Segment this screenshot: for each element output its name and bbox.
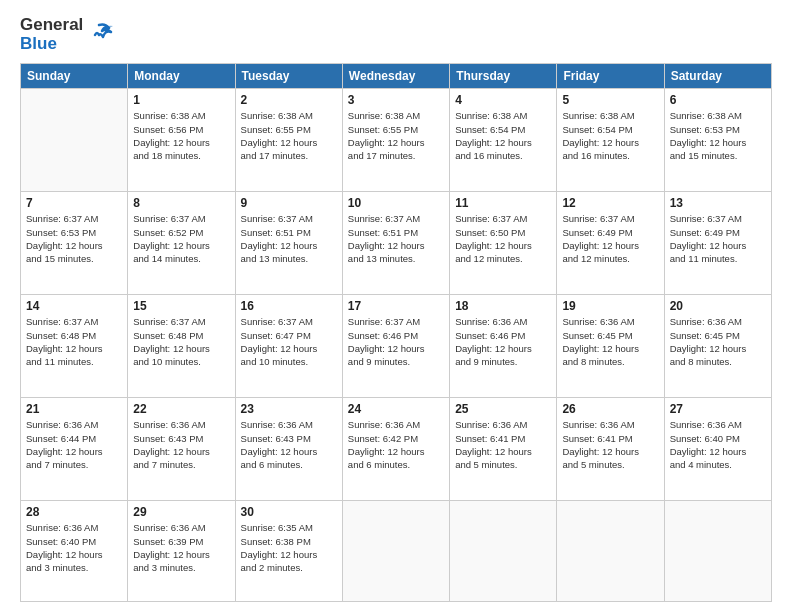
day-info: Sunrise: 6:38 AM Sunset: 6:56 PM Dayligh… <box>133 109 229 162</box>
week-row-5: 28Sunrise: 6:36 AM Sunset: 6:40 PM Dayli… <box>21 501 772 602</box>
day-number: 10 <box>348 196 444 210</box>
logo-general: General <box>20 16 83 35</box>
calendar-cell: 23Sunrise: 6:36 AM Sunset: 6:43 PM Dayli… <box>235 398 342 501</box>
day-info: Sunrise: 6:38 AM Sunset: 6:53 PM Dayligh… <box>670 109 766 162</box>
day-number: 19 <box>562 299 658 313</box>
day-number: 24 <box>348 402 444 416</box>
calendar-cell <box>342 501 449 602</box>
calendar-cell: 6Sunrise: 6:38 AM Sunset: 6:53 PM Daylig… <box>664 89 771 192</box>
day-info: Sunrise: 6:38 AM Sunset: 6:55 PM Dayligh… <box>348 109 444 162</box>
day-info: Sunrise: 6:37 AM Sunset: 6:51 PM Dayligh… <box>348 212 444 265</box>
col-header-monday: Monday <box>128 64 235 89</box>
calendar-cell <box>21 89 128 192</box>
calendar-cell: 30Sunrise: 6:35 AM Sunset: 6:38 PM Dayli… <box>235 501 342 602</box>
calendar-cell: 12Sunrise: 6:37 AM Sunset: 6:49 PM Dayli… <box>557 192 664 295</box>
header: General Blue <box>20 16 772 53</box>
day-number: 7 <box>26 196 122 210</box>
day-number: 23 <box>241 402 337 416</box>
page: General Blue SundayMondayTuesdayWednesda… <box>0 0 792 612</box>
calendar-body: 1Sunrise: 6:38 AM Sunset: 6:56 PM Daylig… <box>21 89 772 602</box>
col-header-tuesday: Tuesday <box>235 64 342 89</box>
day-number: 9 <box>241 196 337 210</box>
calendar-cell: 20Sunrise: 6:36 AM Sunset: 6:45 PM Dayli… <box>664 295 771 398</box>
day-info: Sunrise: 6:36 AM Sunset: 6:46 PM Dayligh… <box>455 315 551 368</box>
day-info: Sunrise: 6:36 AM Sunset: 6:44 PM Dayligh… <box>26 418 122 471</box>
day-info: Sunrise: 6:38 AM Sunset: 6:54 PM Dayligh… <box>455 109 551 162</box>
logo-container: General Blue <box>20 16 113 53</box>
day-number: 3 <box>348 93 444 107</box>
day-info: Sunrise: 6:37 AM Sunset: 6:50 PM Dayligh… <box>455 212 551 265</box>
day-number: 26 <box>562 402 658 416</box>
calendar-cell: 27Sunrise: 6:36 AM Sunset: 6:40 PM Dayli… <box>664 398 771 501</box>
day-info: Sunrise: 6:36 AM Sunset: 6:40 PM Dayligh… <box>670 418 766 471</box>
day-number: 22 <box>133 402 229 416</box>
calendar-cell <box>664 501 771 602</box>
day-number: 13 <box>670 196 766 210</box>
day-number: 20 <box>670 299 766 313</box>
day-info: Sunrise: 6:36 AM Sunset: 6:40 PM Dayligh… <box>26 521 122 574</box>
calendar-cell: 4Sunrise: 6:38 AM Sunset: 6:54 PM Daylig… <box>450 89 557 192</box>
day-number: 28 <box>26 505 122 519</box>
day-number: 17 <box>348 299 444 313</box>
calendar-cell <box>557 501 664 602</box>
day-number: 5 <box>562 93 658 107</box>
calendar-cell: 17Sunrise: 6:37 AM Sunset: 6:46 PM Dayli… <box>342 295 449 398</box>
day-info: Sunrise: 6:37 AM Sunset: 6:53 PM Dayligh… <box>26 212 122 265</box>
day-number: 25 <box>455 402 551 416</box>
calendar-cell: 21Sunrise: 6:36 AM Sunset: 6:44 PM Dayli… <box>21 398 128 501</box>
calendar-cell: 8Sunrise: 6:37 AM Sunset: 6:52 PM Daylig… <box>128 192 235 295</box>
day-info: Sunrise: 6:38 AM Sunset: 6:55 PM Dayligh… <box>241 109 337 162</box>
calendar-cell: 16Sunrise: 6:37 AM Sunset: 6:47 PM Dayli… <box>235 295 342 398</box>
week-row-2: 7Sunrise: 6:37 AM Sunset: 6:53 PM Daylig… <box>21 192 772 295</box>
calendar-cell: 22Sunrise: 6:36 AM Sunset: 6:43 PM Dayli… <box>128 398 235 501</box>
calendar-cell: 7Sunrise: 6:37 AM Sunset: 6:53 PM Daylig… <box>21 192 128 295</box>
logo: General Blue <box>20 16 113 53</box>
calendar-cell: 18Sunrise: 6:36 AM Sunset: 6:46 PM Dayli… <box>450 295 557 398</box>
day-info: Sunrise: 6:37 AM Sunset: 6:48 PM Dayligh… <box>26 315 122 368</box>
day-number: 12 <box>562 196 658 210</box>
day-info: Sunrise: 6:36 AM Sunset: 6:45 PM Dayligh… <box>562 315 658 368</box>
day-info: Sunrise: 6:36 AM Sunset: 6:43 PM Dayligh… <box>241 418 337 471</box>
calendar-cell: 19Sunrise: 6:36 AM Sunset: 6:45 PM Dayli… <box>557 295 664 398</box>
day-number: 21 <box>26 402 122 416</box>
day-info: Sunrise: 6:37 AM Sunset: 6:49 PM Dayligh… <box>562 212 658 265</box>
day-number: 16 <box>241 299 337 313</box>
col-header-thursday: Thursday <box>450 64 557 89</box>
calendar-table: SundayMondayTuesdayWednesdayThursdayFrid… <box>20 63 772 602</box>
calendar-cell: 24Sunrise: 6:36 AM Sunset: 6:42 PM Dayli… <box>342 398 449 501</box>
day-number: 15 <box>133 299 229 313</box>
day-number: 4 <box>455 93 551 107</box>
day-info: Sunrise: 6:36 AM Sunset: 6:41 PM Dayligh… <box>562 418 658 471</box>
calendar-cell: 13Sunrise: 6:37 AM Sunset: 6:49 PM Dayli… <box>664 192 771 295</box>
day-info: Sunrise: 6:37 AM Sunset: 6:51 PM Dayligh… <box>241 212 337 265</box>
calendar-cell: 28Sunrise: 6:36 AM Sunset: 6:40 PM Dayli… <box>21 501 128 602</box>
day-number: 2 <box>241 93 337 107</box>
day-info: Sunrise: 6:37 AM Sunset: 6:47 PM Dayligh… <box>241 315 337 368</box>
header-row: SundayMondayTuesdayWednesdayThursdayFrid… <box>21 64 772 89</box>
calendar-cell: 1Sunrise: 6:38 AM Sunset: 6:56 PM Daylig… <box>128 89 235 192</box>
day-number: 14 <box>26 299 122 313</box>
col-header-sunday: Sunday <box>21 64 128 89</box>
day-number: 8 <box>133 196 229 210</box>
logo-text-block: General Blue <box>20 16 83 53</box>
day-number: 29 <box>133 505 229 519</box>
bird-icon <box>85 21 113 49</box>
day-number: 18 <box>455 299 551 313</box>
calendar-cell: 3Sunrise: 6:38 AM Sunset: 6:55 PM Daylig… <box>342 89 449 192</box>
calendar-cell: 14Sunrise: 6:37 AM Sunset: 6:48 PM Dayli… <box>21 295 128 398</box>
day-number: 27 <box>670 402 766 416</box>
week-row-3: 14Sunrise: 6:37 AM Sunset: 6:48 PM Dayli… <box>21 295 772 398</box>
calendar-cell: 5Sunrise: 6:38 AM Sunset: 6:54 PM Daylig… <box>557 89 664 192</box>
col-header-friday: Friday <box>557 64 664 89</box>
day-info: Sunrise: 6:36 AM Sunset: 6:39 PM Dayligh… <box>133 521 229 574</box>
day-info: Sunrise: 6:36 AM Sunset: 6:45 PM Dayligh… <box>670 315 766 368</box>
day-info: Sunrise: 6:37 AM Sunset: 6:46 PM Dayligh… <box>348 315 444 368</box>
day-info: Sunrise: 6:36 AM Sunset: 6:42 PM Dayligh… <box>348 418 444 471</box>
day-info: Sunrise: 6:37 AM Sunset: 6:48 PM Dayligh… <box>133 315 229 368</box>
week-row-4: 21Sunrise: 6:36 AM Sunset: 6:44 PM Dayli… <box>21 398 772 501</box>
calendar-cell <box>450 501 557 602</box>
logo-blue: Blue <box>20 35 83 54</box>
day-number: 11 <box>455 196 551 210</box>
calendar-cell: 9Sunrise: 6:37 AM Sunset: 6:51 PM Daylig… <box>235 192 342 295</box>
calendar-cell: 26Sunrise: 6:36 AM Sunset: 6:41 PM Dayli… <box>557 398 664 501</box>
